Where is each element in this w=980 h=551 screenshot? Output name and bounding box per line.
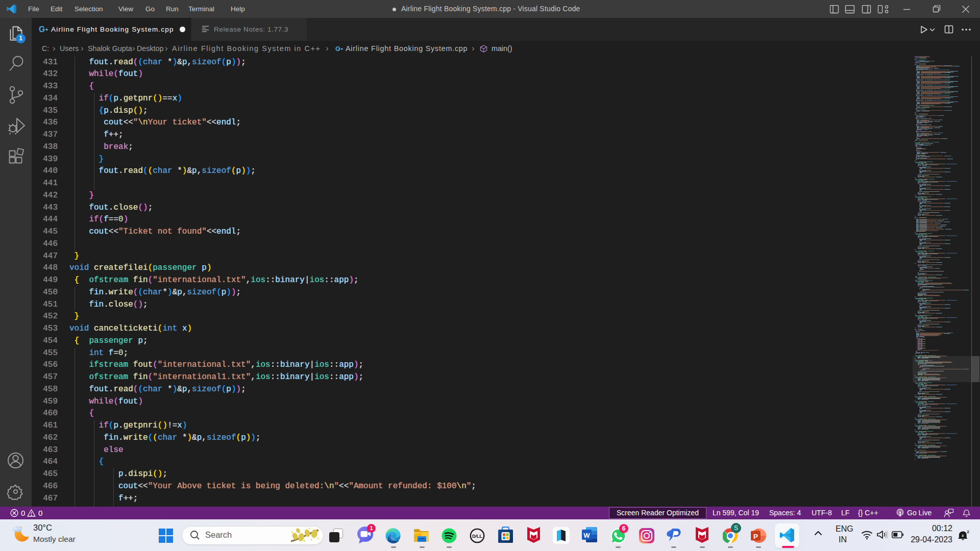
- svg-text:P: P: [753, 533, 758, 540]
- svg-text:z: z: [962, 533, 964, 538]
- svg-text:z: z: [967, 530, 969, 534]
- svg-text:W: W: [583, 532, 590, 539]
- svg-text:D∕LL: D∕LL: [472, 533, 482, 539]
